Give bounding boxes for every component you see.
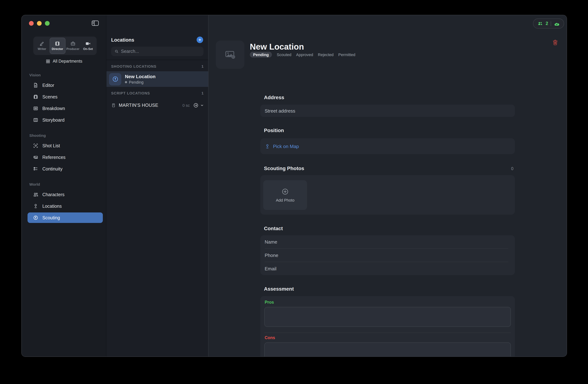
section-label-vision: Vision bbox=[29, 73, 103, 78]
collaboration-status[interactable]: 2 bbox=[533, 19, 564, 29]
status-scouted[interactable]: Scouted bbox=[277, 53, 292, 57]
contact-phone-input[interactable]: Phone bbox=[260, 249, 515, 262]
status-rejected[interactable]: Rejected bbox=[318, 53, 334, 57]
pros-textarea[interactable] bbox=[264, 307, 511, 327]
sidebar-item-label: Storyboard bbox=[42, 118, 64, 122]
desktop: Writer Director bbox=[0, 0, 588, 384]
script-location-row[interactable]: MARTIN'S HOUSE 0 sc bbox=[106, 101, 208, 110]
tab-label: Producer bbox=[66, 47, 80, 51]
image-plus-icon bbox=[225, 49, 235, 60]
contact-email-input[interactable]: Email bbox=[260, 262, 515, 275]
delete-location-button[interactable] bbox=[552, 39, 559, 46]
sidebar-item-label: Breakdown bbox=[42, 106, 65, 111]
sidebar-item-label: References bbox=[42, 155, 65, 160]
location-row-title: New Location bbox=[125, 74, 155, 79]
scout-pin-icon bbox=[112, 76, 119, 82]
divider bbox=[264, 333, 511, 333]
add-photo-button[interactable]: Add Photo bbox=[263, 180, 307, 210]
sidebar-item-label: Locations bbox=[42, 203, 62, 209]
status-approved[interactable]: Approved bbox=[296, 53, 313, 57]
group-header-label: SCRIPT LOCATIONS bbox=[111, 91, 150, 96]
contact-card: Name Phone Email bbox=[260, 235, 515, 275]
sidebar-item-storyboard[interactable]: Storyboard bbox=[27, 115, 103, 125]
locations-panel: Locations Search... bbox=[106, 15, 209, 357]
position-heading: Position bbox=[264, 127, 515, 134]
checklist-icon bbox=[33, 166, 39, 172]
status-pending[interactable]: Pending bbox=[250, 52, 272, 58]
group-count: 1 bbox=[202, 64, 204, 69]
pencil-icon bbox=[39, 41, 45, 46]
contact-name-input[interactable]: Name bbox=[260, 235, 515, 248]
cloud-check-icon bbox=[554, 21, 560, 26]
tab-director[interactable]: Director bbox=[50, 38, 65, 54]
sidebar-item-references[interactable]: References bbox=[27, 152, 103, 162]
map-pin-icon bbox=[33, 203, 39, 209]
sidebar-item-label: Shot List bbox=[42, 143, 60, 148]
sidebar-toggle-button[interactable] bbox=[92, 20, 99, 26]
street-address-placeholder: Street address bbox=[265, 108, 295, 113]
sidebar-item-label: Characters bbox=[42, 192, 64, 197]
chevron-down-icon[interactable] bbox=[200, 103, 204, 107]
all-departments-button[interactable]: All Departments bbox=[22, 58, 106, 65]
status-selector: Pending Scouted Approved Rejected Permit… bbox=[250, 52, 355, 58]
titlebar bbox=[22, 15, 106, 31]
map-pin-icon bbox=[265, 143, 270, 149]
collaborator-count: 2 bbox=[546, 21, 548, 26]
sidebar-item-editor[interactable]: Editor bbox=[27, 80, 103, 90]
scouting-photos-section: Scouting Photos 0 Add Photo bbox=[260, 165, 515, 215]
plus-icon bbox=[198, 38, 202, 42]
contact-heading: Contact bbox=[264, 225, 515, 232]
tab-producer[interactable]: Producer bbox=[65, 38, 81, 54]
status-permitted[interactable]: Permitted bbox=[338, 53, 355, 57]
sidebar-item-shot-list[interactable]: Shot List bbox=[27, 141, 103, 151]
sidebar-item-scenes[interactable]: Scenes bbox=[27, 92, 103, 102]
sidebar-nav: Vision Editor bbox=[22, 73, 106, 223]
cons-textarea[interactable] bbox=[264, 342, 511, 357]
briefcase-icon bbox=[70, 41, 76, 46]
divider bbox=[106, 60, 208, 60]
location-row-new-location[interactable]: New Location Pending bbox=[106, 71, 208, 87]
tab-on-set[interactable]: On-Set bbox=[81, 38, 96, 54]
window-controls bbox=[29, 21, 50, 25]
add-location-button[interactable] bbox=[197, 37, 203, 43]
location-cover-placeholder[interactable] bbox=[216, 40, 244, 69]
detail-view: 2 bbox=[209, 15, 567, 357]
sidebar-item-characters[interactable]: Characters bbox=[27, 189, 103, 200]
page-title: New Location bbox=[250, 42, 355, 51]
people-icon bbox=[33, 192, 39, 197]
location-title-block: New Location Pending Scouted Approved Re… bbox=[250, 40, 355, 69]
location-row-text: New Location Pending bbox=[125, 74, 155, 84]
search-icon bbox=[114, 49, 119, 54]
contact-email-placeholder: Email bbox=[265, 266, 276, 271]
panel-title: Locations bbox=[111, 37, 134, 42]
close-button[interactable] bbox=[29, 21, 34, 25]
arrow-circle-icon[interactable] bbox=[193, 102, 199, 108]
tab-label: On-Set bbox=[83, 47, 93, 51]
group-header-shooting-locations: SHOOTING LOCATIONS 1 bbox=[111, 64, 204, 69]
document-icon bbox=[33, 82, 39, 88]
tab-label: Writer bbox=[38, 47, 46, 51]
sidebar-item-breakdown[interactable]: Breakdown bbox=[27, 103, 103, 114]
detail-sections: Address Street address Position bbox=[260, 95, 515, 357]
pick-on-map-button[interactable]: Pick on Map bbox=[265, 143, 299, 149]
status-dot bbox=[125, 81, 127, 83]
group-header-label: SHOOTING LOCATIONS bbox=[111, 64, 156, 69]
tab-writer[interactable]: Writer bbox=[34, 38, 50, 54]
sidebar-item-continuity[interactable]: Continuity bbox=[27, 163, 103, 174]
sidebar-item-label: Continuity bbox=[42, 166, 63, 171]
contact-phone-placeholder: Phone bbox=[265, 252, 278, 258]
columns-icon bbox=[33, 117, 39, 123]
sidebar-item-scouting[interactable]: Scouting bbox=[27, 212, 103, 223]
section-label-world: World bbox=[29, 182, 103, 187]
search-input[interactable]: Search... bbox=[111, 47, 204, 56]
video-camera-icon bbox=[85, 41, 91, 46]
location-header: New Location Pending Scouted Approved Re… bbox=[216, 40, 567, 69]
position-card: Pick on Map bbox=[260, 138, 515, 154]
street-address-input[interactable]: Street address bbox=[260, 105, 515, 117]
sidebar-item-locations[interactable]: Locations bbox=[27, 201, 103, 211]
trash-icon bbox=[552, 39, 559, 46]
sidebar: Writer Director bbox=[22, 15, 106, 357]
zoom-button[interactable] bbox=[45, 21, 50, 25]
minimize-button[interactable] bbox=[37, 21, 42, 25]
sidebar-toggle-icon bbox=[92, 20, 99, 26]
